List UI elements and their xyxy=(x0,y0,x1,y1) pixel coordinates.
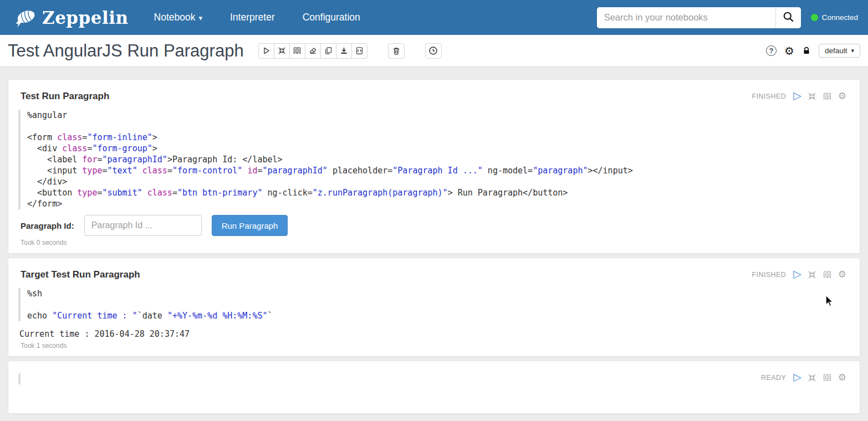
help-icon[interactable]: ? xyxy=(766,45,777,56)
paragraph-output: Current time : 2016-04-28 20:37:47 xyxy=(19,329,847,339)
note-header: Test AngularJS Run Paragraph xyxy=(0,35,868,67)
execution-time: Took 0 seconds xyxy=(21,239,847,247)
code-editor[interactable] xyxy=(18,373,847,384)
brand-title: Zeppelin xyxy=(42,8,129,28)
note-header-right: ? ⚙ default ▾ xyxy=(766,44,860,58)
export-note-button[interactable] xyxy=(336,43,352,59)
trash-icon xyxy=(392,47,401,55)
paragraph-settings-gear-icon[interactable]: ⚙ xyxy=(838,270,846,279)
zeppelin-logo-icon xyxy=(12,6,38,29)
book-icon[interactable] xyxy=(823,92,832,101)
chevron-down-icon: ▾ xyxy=(851,47,854,54)
collapse-arrows-icon xyxy=(278,47,286,55)
search-input[interactable] xyxy=(597,7,775,28)
play-icon xyxy=(262,47,270,55)
export-code-button[interactable] xyxy=(351,43,367,59)
run-paragraph-icon[interactable]: ▷ xyxy=(793,372,801,382)
status-badge: FINISHED xyxy=(752,93,787,100)
search-button[interactable] xyxy=(775,7,801,28)
navbar-right: Connected xyxy=(597,7,858,28)
paragraph-id-input[interactable] xyxy=(84,215,202,236)
chevron-down-icon: ▾ xyxy=(198,14,202,22)
clock-icon xyxy=(428,46,438,55)
book-icon[interactable] xyxy=(823,270,832,279)
note-title[interactable]: Test AngularJS Run Paragraph xyxy=(8,41,244,61)
collapse-arrows-icon[interactable] xyxy=(808,373,816,382)
run-paragraph-button[interactable]: Run Paragraph xyxy=(212,215,288,236)
remove-note-button[interactable] xyxy=(388,43,405,59)
run-all-button[interactable] xyxy=(258,43,274,59)
code-editor[interactable]: %sh echo "Current time : "`date "+%Y-%m-… xyxy=(18,288,847,321)
paragraph-1-controls: FINISHED ▷ ⚙ xyxy=(752,91,846,101)
nav-item-notebook[interactable]: Notebook ▾ xyxy=(154,12,202,23)
connected-label: Connected xyxy=(822,13,858,22)
search-icon xyxy=(783,11,794,24)
execution-time: Took 1 seconds xyxy=(21,342,847,350)
paragraph-title[interactable]: Test Run Paragraph xyxy=(21,91,847,102)
interpreter-binding-dropdown[interactable]: default ▾ xyxy=(819,44,860,58)
run-paragraph-icon[interactable]: ▷ xyxy=(793,269,801,279)
collapse-arrows-icon[interactable] xyxy=(808,92,816,101)
clone-note-button[interactable] xyxy=(320,43,336,59)
zeppelin-app: Zeppelin Notebook ▾ Interpreter Configur… xyxy=(0,0,868,421)
download-icon xyxy=(340,47,348,55)
copy-pages-icon xyxy=(324,47,333,55)
paragraph-settings-gear-icon[interactable]: ⚙ xyxy=(838,91,846,101)
clear-output-button[interactable] xyxy=(305,43,321,59)
paragraph-settings-gear-icon[interactable]: ⚙ xyxy=(838,373,846,382)
angular-form: Paragraph Id: Run Paragraph xyxy=(21,215,847,236)
nav-menu: Notebook ▾ Interpreter Configuration xyxy=(154,12,360,23)
nav-item-configuration[interactable]: Configuration xyxy=(303,12,360,23)
paragraph-3: READY ▷ ⚙ xyxy=(8,361,860,414)
toggle-output-button[interactable] xyxy=(289,43,305,59)
collapse-arrows-icon[interactable] xyxy=(808,270,816,279)
scheduler-button[interactable] xyxy=(425,43,442,59)
note-body: FINISHED ▷ ⚙ Test Run Paragraph %angular… xyxy=(0,67,868,414)
connection-status: Connected xyxy=(811,13,858,22)
paragraph-title[interactable]: Target Test Run Paragraph xyxy=(21,269,847,280)
nav-item-interpreter[interactable]: Interpreter xyxy=(230,12,275,23)
paragraph-2: FINISHED ▷ ⚙ Target Test Run Paragraph %… xyxy=(8,258,860,357)
zeppelin-brand[interactable]: Zeppelin xyxy=(12,6,129,29)
paragraph-id-label: Paragraph Id: xyxy=(21,221,74,230)
top-navbar: Zeppelin Notebook ▾ Interpreter Configur… xyxy=(0,0,868,35)
status-badge: FINISHED xyxy=(752,271,787,279)
book-icon[interactable] xyxy=(823,373,832,382)
eraser-icon xyxy=(309,47,317,55)
note-settings-gear-icon[interactable]: ⚙ xyxy=(784,45,794,57)
lock-icon[interactable] xyxy=(802,46,811,55)
toggle-code-button[interactable] xyxy=(274,43,290,59)
code-editor[interactable]: %angular <form class="form-inline"> <div… xyxy=(18,110,847,209)
paragraph-2-controls: FINISHED ▷ ⚙ xyxy=(752,269,846,280)
run-paragraph-icon[interactable]: ▷ xyxy=(793,90,801,101)
paragraph-1: FINISHED ▷ ⚙ Test Run Paragraph %angular… xyxy=(8,79,860,254)
book-icon xyxy=(293,47,302,55)
status-badge: READY xyxy=(761,374,786,382)
connected-dot-icon xyxy=(811,14,818,21)
paragraph-3-controls: READY ▷ ⚙ xyxy=(761,372,846,383)
note-toolbar xyxy=(258,43,367,59)
notebook-search xyxy=(597,7,801,28)
code-file-icon xyxy=(355,47,364,55)
